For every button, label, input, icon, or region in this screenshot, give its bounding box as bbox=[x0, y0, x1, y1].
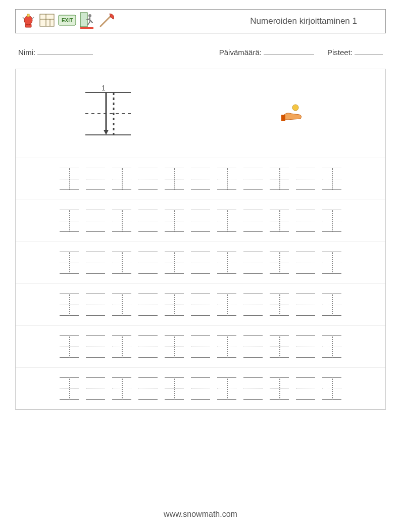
trace-cell[interactable] bbox=[60, 210, 79, 232]
coin-hand-icon bbox=[280, 104, 306, 124]
trace-cell[interactable] bbox=[112, 377, 131, 400]
trace-cell[interactable] bbox=[270, 168, 289, 190]
practice-area: 1 bbox=[15, 69, 386, 410]
blank-cell[interactable] bbox=[86, 210, 105, 232]
trace-cell[interactable] bbox=[217, 210, 236, 232]
blank-cell[interactable] bbox=[296, 335, 315, 358]
blank-cell[interactable] bbox=[243, 168, 263, 190]
trace-cell[interactable] bbox=[165, 294, 184, 316]
blank-cell[interactable] bbox=[296, 377, 315, 400]
trace-cell[interactable] bbox=[60, 168, 79, 190]
trace-cell[interactable] bbox=[217, 335, 236, 358]
name-label: Nimi: bbox=[18, 48, 35, 57]
trace-cell[interactable] bbox=[112, 168, 131, 190]
trace-cell[interactable] bbox=[270, 377, 289, 400]
trace-cell[interactable] bbox=[165, 252, 184, 274]
blank-cell[interactable] bbox=[191, 377, 210, 400]
trace-cell[interactable] bbox=[322, 210, 341, 232]
blank-cell[interactable] bbox=[138, 210, 158, 232]
trace-cell[interactable] bbox=[165, 210, 184, 232]
date-label: Päivämäärä: bbox=[219, 48, 262, 57]
worksheet-title: Numeroiden kirjoittaminen 1 bbox=[250, 16, 377, 26]
alarm-icon bbox=[21, 12, 36, 30]
date-blank[interactable] bbox=[264, 47, 314, 55]
trace-cell[interactable] bbox=[270, 294, 289, 316]
blank-cell[interactable] bbox=[243, 210, 263, 232]
trace-cell[interactable] bbox=[112, 252, 131, 274]
blank-cell[interactable] bbox=[138, 252, 158, 274]
blank-cell[interactable] bbox=[138, 335, 158, 358]
worksheet-page: EXIT Numeroiden kirjoittaminen 1 bbox=[0, 0, 401, 532]
blank-cell[interactable] bbox=[191, 252, 210, 274]
trace-cell[interactable] bbox=[60, 377, 79, 400]
score-blank[interactable] bbox=[355, 47, 383, 55]
trace-cell[interactable] bbox=[322, 252, 341, 274]
info-row: Nimi: Päivämäärä: Pisteet: bbox=[18, 47, 383, 57]
practice-row bbox=[16, 200, 385, 242]
blank-cell[interactable] bbox=[86, 294, 105, 316]
svg-point-1 bbox=[24, 16, 32, 25]
trace-cell[interactable] bbox=[217, 252, 236, 274]
footer-url: www.snowmath.com bbox=[0, 510, 401, 519]
floorplan-icon bbox=[39, 12, 55, 30]
blank-cell[interactable] bbox=[243, 377, 263, 400]
svg-text:EXIT: EXIT bbox=[62, 18, 73, 23]
blank-cell[interactable] bbox=[296, 210, 315, 232]
trace-cell[interactable] bbox=[322, 294, 341, 316]
svg-point-21 bbox=[292, 105, 298, 111]
trace-cell[interactable] bbox=[322, 377, 341, 400]
blank-cell[interactable] bbox=[191, 168, 210, 190]
numeral-demo: 1 bbox=[58, 83, 159, 144]
blank-cell[interactable] bbox=[86, 335, 105, 358]
trace-cell[interactable] bbox=[270, 335, 289, 358]
trace-cell[interactable] bbox=[322, 168, 341, 190]
practice-row bbox=[16, 326, 385, 368]
svg-line-4 bbox=[32, 17, 34, 19]
blank-cell[interactable] bbox=[243, 335, 263, 358]
exit-sign-icon: EXIT bbox=[58, 13, 76, 29]
blank-cell[interactable] bbox=[191, 335, 210, 358]
svg-marker-19 bbox=[104, 130, 109, 135]
fire-axe-icon bbox=[97, 12, 116, 30]
header-icon-row: EXIT bbox=[21, 12, 116, 31]
svg-line-3 bbox=[23, 17, 24, 19]
blank-cell[interactable] bbox=[191, 294, 210, 316]
blank-cell[interactable] bbox=[296, 168, 315, 190]
blank-cell[interactable] bbox=[138, 377, 158, 400]
svg-rect-2 bbox=[27, 14, 29, 17]
numeral-label: 1 bbox=[102, 84, 106, 92]
trace-cell[interactable] bbox=[217, 294, 236, 316]
trace-cell[interactable] bbox=[322, 335, 341, 358]
name-field-group: Nimi: bbox=[18, 47, 93, 57]
trace-cell[interactable] bbox=[60, 294, 79, 316]
trace-cell[interactable] bbox=[112, 294, 131, 316]
blank-cell[interactable] bbox=[86, 252, 105, 274]
trace-cell[interactable] bbox=[270, 210, 289, 232]
blank-cell[interactable] bbox=[296, 294, 315, 316]
trace-cell[interactable] bbox=[217, 168, 236, 190]
practice-row bbox=[16, 158, 385, 200]
svg-rect-22 bbox=[281, 115, 285, 121]
trace-cell[interactable] bbox=[60, 335, 79, 358]
blank-cell[interactable] bbox=[243, 294, 263, 316]
blank-cell[interactable] bbox=[191, 210, 210, 232]
svg-rect-11 bbox=[80, 13, 87, 27]
demo-row: 1 bbox=[16, 69, 385, 158]
practice-row bbox=[16, 242, 385, 284]
trace-cell[interactable] bbox=[60, 252, 79, 274]
trace-cell[interactable] bbox=[270, 252, 289, 274]
blank-cell[interactable] bbox=[243, 252, 263, 274]
blank-cell[interactable] bbox=[138, 168, 158, 190]
svg-rect-5 bbox=[40, 14, 54, 26]
trace-cell[interactable] bbox=[165, 377, 184, 400]
trace-cell[interactable] bbox=[112, 335, 131, 358]
name-blank[interactable] bbox=[37, 47, 93, 55]
trace-cell[interactable] bbox=[165, 335, 184, 358]
trace-cell[interactable] bbox=[217, 377, 236, 400]
blank-cell[interactable] bbox=[296, 252, 315, 274]
blank-cell[interactable] bbox=[138, 294, 158, 316]
blank-cell[interactable] bbox=[86, 168, 105, 190]
blank-cell[interactable] bbox=[86, 377, 105, 400]
trace-cell[interactable] bbox=[112, 210, 131, 232]
trace-cell[interactable] bbox=[165, 168, 184, 190]
